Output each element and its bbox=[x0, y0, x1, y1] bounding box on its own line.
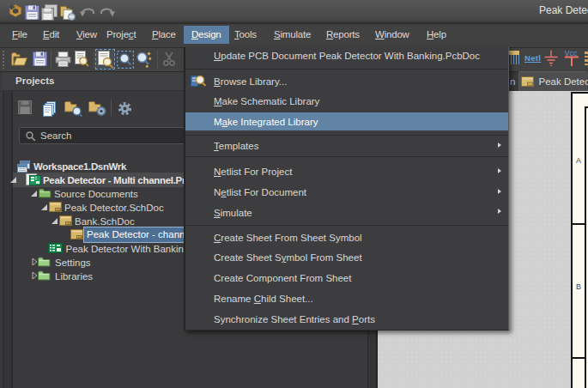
svg-text:Vcc: Vcc bbox=[565, 49, 579, 58]
